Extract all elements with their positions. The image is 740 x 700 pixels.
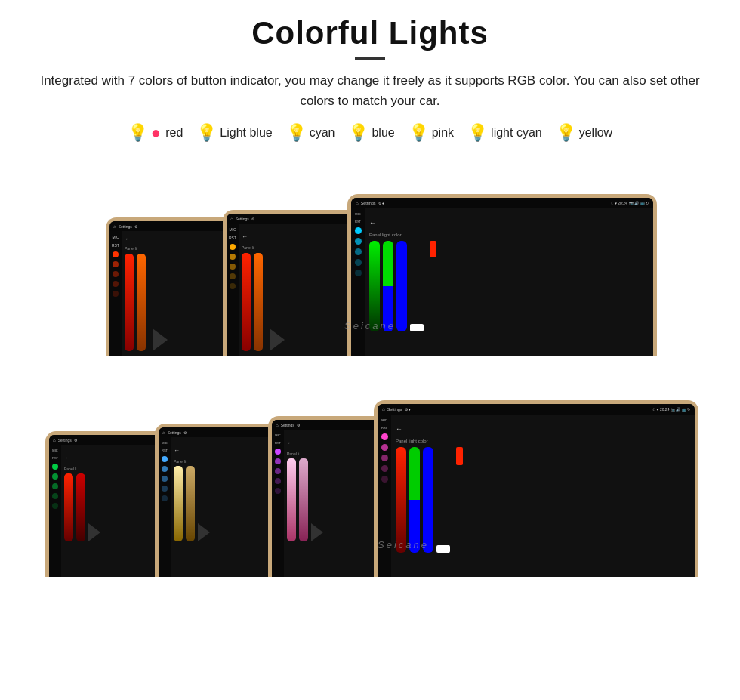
color-label-blue: blue — [372, 126, 394, 140]
color-label-yellow: yellow — [579, 126, 612, 140]
bulb-lightblue-icon: 💡 — [196, 123, 217, 143]
d2-mic: MIC — [229, 227, 236, 232]
d4-rst: RST — [52, 456, 58, 460]
color-label-lightblue: Light blue — [220, 126, 272, 140]
d1-rst-label: RST — [112, 243, 119, 248]
d2-back-icon: ← — [242, 233, 248, 240]
d3-color-grid — [430, 241, 436, 331]
d2-home-icon: ⌂ — [230, 217, 233, 221]
d4-dot2 — [52, 473, 58, 480]
bulb-blue-icon: 💡 — [348, 123, 368, 143]
color-item-lightblue: 💡 Light blue — [196, 123, 272, 143]
d6-dot4 — [275, 478, 281, 484]
d4-dot3 — [52, 483, 58, 489]
title-divider — [355, 57, 385, 60]
bulb-yellow-icon: 💡 — [556, 123, 576, 143]
d3-slider-multi — [383, 241, 393, 331]
color-item-red: 💡 ● red — [128, 123, 183, 143]
d3-dot2 — [355, 238, 362, 245]
description-text: Integrated with 7 colors of button indic… — [30, 70, 710, 111]
d5-slider1 — [174, 466, 183, 541]
d7-color-grid — [456, 447, 463, 553]
d4-home-icon: ⌂ — [53, 438, 56, 443]
d2-sidebar: MIC RST — [227, 224, 239, 356]
d2-slider2 — [254, 253, 263, 351]
color-label-red: red — [165, 126, 183, 140]
d5-dot3 — [162, 476, 168, 482]
d7-main: ← Panel light color — [391, 415, 695, 577]
d6-dot5 — [275, 488, 281, 494]
d1-dot-red2 — [113, 261, 119, 267]
d7-settings-label: Settings — [387, 407, 402, 412]
d5-gear-icon: ⚙ — [183, 430, 187, 435]
d6-settings-label: Settings — [281, 423, 294, 427]
d1-gear-icon: ⚙ — [134, 224, 137, 229]
d2-dot1 — [230, 244, 236, 250]
color-label-pink: pink — [432, 126, 454, 140]
bulb-red-icon: 💡 — [128, 123, 148, 143]
d3-gear-icon: ⚙ ♦ — [378, 201, 384, 205]
d1-mic-label: MIC — [112, 235, 119, 239]
d3-slider-green — [369, 241, 380, 331]
d5-sidebar: MIC RST — [159, 437, 171, 577]
d3-indicator — [410, 324, 424, 331]
d4-back-icon: ← — [64, 455, 70, 461]
d7-dot5 — [381, 476, 388, 483]
watermark-top: Seicane — [344, 320, 396, 331]
d3-grid-red-wide — [430, 241, 436, 257]
d4-mic: MIC — [52, 449, 57, 452]
d6-gear-icon: ⚙ — [297, 423, 300, 427]
d2-triangle — [270, 328, 285, 351]
d6-sidebar: MIC RST — [272, 430, 284, 577]
d4-dot4 — [52, 493, 58, 499]
d6-slider2 — [299, 458, 308, 541]
d7-slider-blue — [423, 447, 433, 553]
color-label-cyan: cyan — [310, 126, 335, 140]
d2-dot5 — [230, 283, 236, 289]
d2-slider1 — [242, 253, 251, 351]
d5-home-icon: ⌂ — [162, 430, 165, 435]
color-item-lightcyan: 💡 light cyan — [467, 123, 542, 143]
d3-dot4 — [355, 259, 362, 266]
color-item-blue: 💡 blue — [348, 123, 394, 143]
color-item-cyan: 💡 cyan — [286, 123, 335, 143]
d7-indicator — [436, 545, 450, 553]
d1-back-icon: ← — [125, 236, 131, 242]
d1-sidebar: MIC RST — [109, 231, 122, 356]
d5-dot1 — [162, 456, 168, 462]
d3-back-icon: ← — [369, 219, 376, 227]
d4-settings-label: Settings — [58, 438, 72, 443]
d3-panel-label: Panel light color — [369, 233, 649, 237]
d2-rst: RST — [229, 236, 236, 240]
d1-home-icon: ⌂ — [113, 224, 116, 229]
d7-mic: MIC — [381, 418, 387, 422]
color-legend: 💡 ● red 💡 Light blue 💡 cyan 💡 blue 💡 pin… — [30, 123, 710, 143]
d7-dot3 — [381, 455, 388, 461]
color-label-lightcyan: light cyan — [491, 126, 542, 140]
color-item-pink: 💡 pink — [409, 123, 454, 143]
d7-rst: RST — [381, 426, 387, 430]
d7-slider-gb — [409, 447, 420, 553]
d5-dot4 — [162, 486, 168, 492]
d5-back-icon: ← — [174, 447, 180, 454]
d5-settings-label: Settings — [168, 430, 181, 435]
d2-settings-label: Settings — [236, 217, 249, 221]
d3-mic: MIC — [355, 212, 360, 216]
d7-grid-red-wide — [456, 447, 463, 465]
d2-dot3 — [230, 264, 236, 270]
d7-sidebar: MIC RST — [378, 415, 391, 577]
d3-settings-label: Settings — [361, 201, 376, 205]
d1-settings-label: Settings — [119, 224, 132, 229]
top-devices-row: ⌂ Settings ⚙ MIC RST — [45, 159, 695, 356]
d6-home-icon: ⌂ — [276, 423, 279, 427]
d2-gear-icon: ⚙ — [251, 217, 254, 221]
d7-panel-label: Panel light color — [396, 439, 690, 443]
d1-slider-orange — [137, 254, 146, 351]
d5-slider2 — [186, 466, 195, 541]
color-item-yellow: 💡 yellow — [556, 123, 612, 143]
d4-triangle — [88, 523, 100, 541]
d4-slider2 — [76, 473, 85, 541]
d6-dot2 — [275, 458, 281, 464]
d7-status: ☾ ♥ 20:24 📷 🔊 📺 ↻ — [652, 407, 690, 412]
d5-mic: MIC — [162, 441, 167, 445]
